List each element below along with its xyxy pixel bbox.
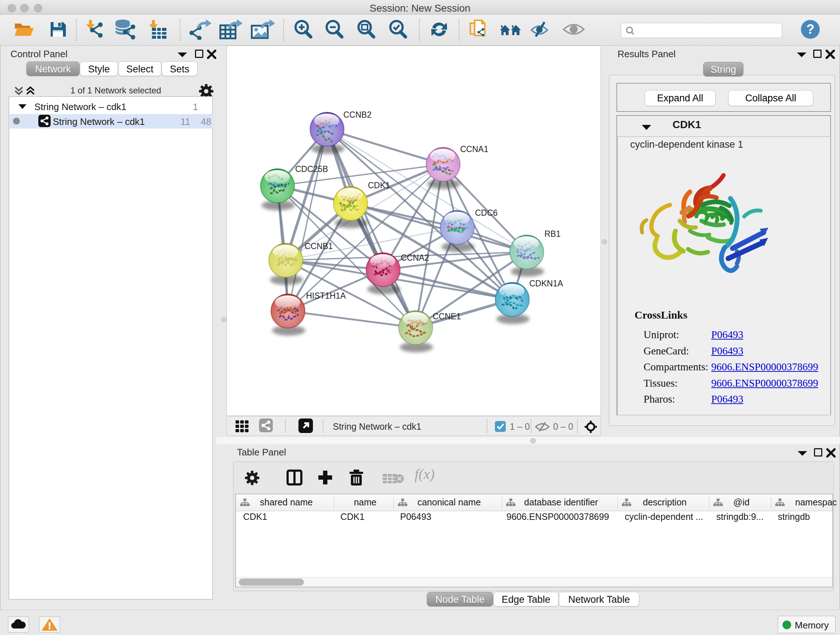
svg-text:?: ? bbox=[806, 22, 814, 36]
svg-text:CDK1: CDK1 bbox=[368, 181, 390, 190]
svg-text:CCNB1: CCNB1 bbox=[305, 241, 333, 251]
svg-text:CCNA1: CCNA1 bbox=[460, 144, 488, 154]
svg-text:CCNB2: CCNB2 bbox=[343, 110, 371, 119]
svg-text:CCNA2: CCNA2 bbox=[401, 253, 429, 263]
svg-text:CCNE1: CCNE1 bbox=[433, 312, 461, 321]
svg-text:RB1: RB1 bbox=[545, 229, 561, 239]
svg-text:CDKN1A: CDKN1A bbox=[529, 279, 563, 288]
svg-text:CDC25B: CDC25B bbox=[295, 165, 328, 174]
svg-text:CDC6: CDC6 bbox=[475, 208, 498, 218]
svg-text:HIST1H1A: HIST1H1A bbox=[306, 291, 346, 301]
